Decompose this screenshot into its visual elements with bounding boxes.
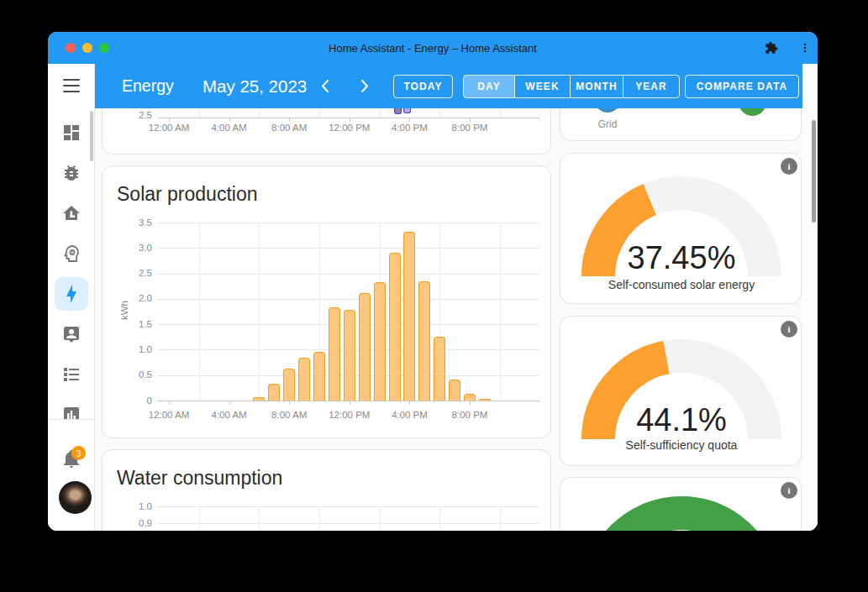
dashboard-content: 2.512:00 AM4:00 AM8:00 AM12:00 PM4:00 PM… <box>95 108 802 531</box>
sidebar-item-chart-icon[interactable] <box>61 405 82 419</box>
water-consumption-chart: 1.00.9 <box>103 450 550 531</box>
tab-day[interactable]: DAY <box>464 76 515 97</box>
self-consumed-gauge-card: 37.45% Self-consumed solar energy i <box>560 153 802 304</box>
extension-puzzle-icon[interactable] <box>765 41 778 55</box>
compare-data-button[interactable]: COMPARE DATA <box>685 75 799 98</box>
solar-node-circle <box>739 108 766 116</box>
sidebar: 3 <box>48 64 95 531</box>
app-body: 3 Energy May 25, 2023 TODAY DAY WEEK MON… <box>48 64 818 531</box>
sidebar-item-dashboards-icon[interactable] <box>61 123 82 143</box>
sidebar-scrollbar-thumb[interactable] <box>90 111 93 161</box>
info-icon[interactable]: i <box>781 321 797 338</box>
sidebar-item-bug-icon[interactable] <box>61 163 82 183</box>
grid-node-circle <box>594 108 621 113</box>
scrollbar-thumb[interactable] <box>812 120 816 223</box>
gauge-value: 44.1% <box>560 402 802 438</box>
info-icon[interactable]: i <box>781 158 797 175</box>
solar-production-card: Solar production 00.51.01.52.02.53.03.51… <box>102 165 551 438</box>
notification-badge: 3 <box>71 446 86 460</box>
solar-production-chart: 00.51.01.52.02.53.03.512:00 AM4:00 AM8:0… <box>103 166 550 437</box>
gauge-label: Self-consumed solar energy <box>560 278 802 291</box>
window-titlebar: Home Assistant - Energy – Home Assistant <box>48 32 818 64</box>
next-date-button[interactable] <box>352 73 377 98</box>
sidebar-item-person-icon[interactable] <box>61 324 82 344</box>
tab-year[interactable]: YEAR <box>623 76 679 97</box>
water-consumption-card-partial: Water consumption 1.00.9 <box>102 449 551 531</box>
sidebar-item-assist-icon[interactable] <box>61 244 82 264</box>
energy-usage-chart: 2.512:00 AM4:00 AM8:00 AM12:00 PM4:00 PM… <box>103 108 550 154</box>
page-title: Energy <box>122 64 174 108</box>
window-title: Home Assistant - Energy – Home Assistant <box>48 32 818 64</box>
today-button[interactable]: TODAY <box>393 75 453 98</box>
app-header: Energy May 25, 2023 TODAY DAY WEEK MONTH… <box>95 64 802 108</box>
browser-menu-kebab-icon[interactable] <box>798 41 812 55</box>
green-gauge-card-partial: i <box>560 477 802 531</box>
gauge-label: Self-sufficiency quota <box>560 438 802 452</box>
sidebar-divider <box>48 419 94 420</box>
gauge-value: 37.45% <box>560 240 802 276</box>
sidebar-item-energy-icon[interactable] <box>61 284 82 304</box>
app-window: Home Assistant - Energy – Home Assistant… <box>48 32 818 531</box>
energy-usage-card-partial: 2.512:00 AM4:00 AM8:00 AM12:00 PM4:00 PM… <box>102 108 551 155</box>
gauge-arc <box>581 496 781 531</box>
period-tab-group: DAY WEEK MONTH YEAR <box>463 75 680 98</box>
tab-week[interactable]: WEEK <box>515 76 571 97</box>
sidebar-item-list-icon[interactable] <box>61 364 82 385</box>
info-icon[interactable]: i <box>781 482 797 499</box>
grid-node-label: Grid <box>582 118 633 130</box>
tab-month[interactable]: MONTH <box>571 76 623 97</box>
self-sufficiency-gauge-card: 44.1% Self-sufficiency quota i <box>560 316 802 466</box>
energy-distribution-card-partial: Grid <box>560 108 802 141</box>
sidebar-item-home-icon[interactable] <box>61 203 82 223</box>
prev-date-button[interactable] <box>312 73 337 98</box>
sidebar-scroll-area <box>48 64 94 419</box>
user-avatar[interactable] <box>59 481 92 514</box>
date-label: May 25, 2023 <box>203 64 307 108</box>
